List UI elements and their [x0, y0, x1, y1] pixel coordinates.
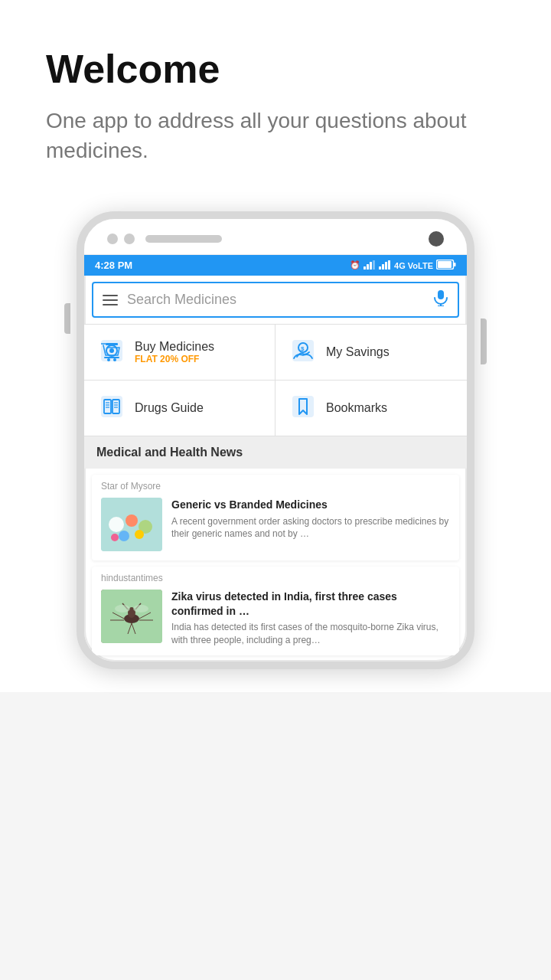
drugs-guide-text: Drugs Guide: [135, 401, 204, 415]
svg-rect-9: [438, 261, 452, 268]
bookmarks-text: Bookmarks: [326, 401, 387, 415]
news-section-header: Medical and Health News: [84, 436, 467, 469]
svg-point-16: [109, 348, 114, 353]
phone-dot-1: [107, 234, 118, 244]
bookmark-icon: [289, 393, 317, 423]
news-section-title: Medical and Health News: [96, 446, 243, 459]
book-icon: [98, 393, 126, 423]
phone-speaker-area: [107, 234, 222, 244]
my-savings-text: My Savings: [326, 345, 390, 359]
svg-text:$: $: [301, 345, 305, 352]
menu-item-my-savings[interactable]: $ My Savings: [276, 325, 467, 381]
hamburger-line-3: [103, 304, 118, 305]
network-label: 4G VoLTE: [394, 261, 433, 270]
phone-top-bar: [84, 219, 467, 255]
side-button-right: [481, 318, 487, 364]
news-thumbnail-1: [101, 498, 162, 551]
news-excerpt-2: India has detected its first cases of th…: [171, 621, 450, 647]
phone-dot-2: [124, 234, 135, 244]
svg-rect-11: [438, 290, 444, 299]
svg-rect-18: [104, 357, 119, 358]
svg-point-37: [109, 517, 124, 532]
welcome-section: Welcome One app to address all your ques…: [0, 0, 551, 188]
cart-icon: [98, 337, 126, 368]
my-savings-label: My Savings: [326, 345, 390, 359]
signal-icon: [364, 260, 376, 271]
menu-item-buy-medicines[interactable]: Buy Medicines FLAT 20% OFF: [84, 325, 276, 381]
battery-icon: [436, 260, 456, 271]
svg-rect-2: [370, 262, 372, 270]
svg-point-38: [126, 514, 138, 527]
buy-medicines-label: Buy Medicines: [135, 340, 214, 354]
news-content-2: Zika virus detected in India, first thre…: [92, 586, 459, 655]
news-title-2: Zika virus detected in India, first thre…: [171, 590, 450, 617]
svg-rect-5: [382, 264, 384, 270]
svg-rect-0: [364, 266, 366, 270]
news-text-2: Zika virus detected in India, first thre…: [171, 590, 450, 646]
medicine-thumb-image: [101, 498, 162, 551]
bookmarks-label: Bookmarks: [326, 401, 387, 415]
svg-point-19: [107, 358, 110, 361]
svg-point-42: [111, 534, 119, 541]
svg-rect-4: [379, 266, 381, 270]
svg-point-55: [133, 605, 148, 612]
news-thumbnail-2: [101, 590, 162, 643]
buy-medicines-text: Buy Medicines FLAT 20% OFF: [135, 340, 214, 364]
hamburger-line-1: [103, 295, 118, 296]
svg-point-40: [119, 531, 129, 541]
svg-rect-10: [454, 263, 456, 266]
phone-dots: [107, 234, 135, 244]
svg-point-41: [135, 530, 144, 539]
menu-grid: Buy Medicines FLAT 20% OFF $: [84, 324, 467, 436]
phone-container: 4:28 PM ⏰: [0, 188, 551, 692]
alarm-icon: ⏰: [350, 260, 360, 270]
mic-icon[interactable]: [433, 289, 448, 310]
news-source-1: Star of Mysore: [92, 475, 459, 495]
buy-medicines-sublabel: FLAT 20% OFF: [135, 354, 214, 364]
news-text-1: Generic vs Branded Medicines A recent go…: [171, 498, 450, 541]
news-card-1[interactable]: Star of Mysore: [92, 475, 459, 560]
status-time: 4:28 PM: [95, 260, 132, 271]
zika-thumb-image: [101, 590, 162, 643]
menu-item-bookmarks[interactable]: Bookmarks: [276, 381, 467, 436]
svg-point-54: [115, 605, 130, 612]
svg-point-20: [113, 358, 116, 361]
menu-item-drugs-guide[interactable]: Drugs Guide: [84, 381, 276, 436]
phone-frame: 4:28 PM ⏰: [77, 211, 474, 669]
status-bar: 4:28 PM ⏰: [84, 255, 467, 276]
side-button-left: [64, 303, 70, 334]
savings-icon: $: [289, 337, 317, 368]
status-icons: ⏰: [350, 260, 456, 271]
search-placeholder[interactable]: Search Medicines: [127, 292, 424, 308]
hamburger-icon[interactable]: [103, 295, 118, 305]
news-card-2[interactable]: hindustantimes: [92, 567, 459, 655]
phone-outer: 4:28 PM ⏰: [77, 211, 474, 669]
svg-rect-1: [367, 264, 369, 270]
phone-speaker: [145, 235, 222, 243]
svg-rect-6: [385, 262, 387, 270]
signal-icon-2: [379, 260, 391, 271]
phone-camera: [429, 231, 444, 247]
svg-rect-3: [373, 260, 375, 270]
search-bar[interactable]: Search Medicines: [92, 282, 459, 318]
welcome-subtitle: One app to address all your questions ab…: [46, 106, 505, 165]
svg-rect-7: [388, 260, 390, 270]
welcome-title: Welcome: [46, 46, 505, 92]
svg-rect-17: [106, 343, 118, 345]
news-excerpt-1: A recent government order asking doctors…: [171, 515, 450, 541]
drugs-guide-label: Drugs Guide: [135, 401, 204, 415]
hamburger-line-2: [103, 299, 118, 301]
news-title-1: Generic vs Branded Medicines: [171, 498, 450, 511]
news-content-1: Generic vs Branded Medicines A recent go…: [92, 495, 459, 560]
news-source-2: hindustantimes: [92, 567, 459, 586]
